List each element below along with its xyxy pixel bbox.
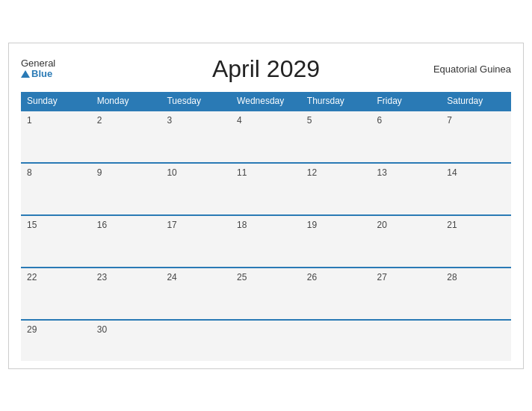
- logo: General Blue: [21, 58, 55, 80]
- calendar-cell: 10: [161, 163, 231, 215]
- day-number: 14: [447, 167, 457, 178]
- week-row-3: 15161718192021: [21, 215, 511, 268]
- week-row-2: 891011121314: [21, 163, 511, 215]
- calendar-cell: 9: [91, 163, 161, 215]
- logo-triangle-icon: [21, 70, 30, 78]
- day-number: 25: [237, 272, 247, 282]
- calendar-cell: 6: [371, 111, 442, 163]
- calendar-cell: 20: [371, 215, 442, 268]
- logo-blue-text: Blue: [21, 69, 52, 79]
- week-row-1: 1234567: [21, 111, 511, 163]
- day-number: 18: [237, 220, 247, 230]
- day-number: 24: [167, 272, 176, 282]
- day-number: 16: [97, 220, 107, 230]
- day-number: 28: [447, 272, 457, 282]
- calendar-cell: 24: [161, 268, 231, 320]
- calendar-cell: 22: [21, 268, 91, 320]
- weekday-header-thursday: Thursday: [301, 92, 371, 111]
- day-number: 5: [307, 115, 312, 126]
- calendar-cell: 8: [21, 163, 91, 215]
- calendar-cell: 25: [231, 268, 301, 320]
- day-number: 9: [97, 167, 102, 178]
- day-number: 15: [27, 220, 37, 230]
- calendar-cell: 3: [161, 111, 231, 163]
- country-label: Equatorial Guinea: [433, 64, 511, 75]
- day-number: 7: [447, 115, 452, 126]
- calendar-cell: 7: [441, 111, 511, 163]
- weekday-header-row: SundayMondayTuesdayWednesdayThursdayFrid…: [21, 92, 511, 111]
- calendar-cell: 18: [231, 215, 301, 268]
- calendar-cell: 1: [21, 111, 91, 163]
- day-number: 17: [167, 220, 176, 230]
- calendar-cell: 4: [231, 111, 301, 163]
- calendar-cell: 21: [441, 215, 511, 268]
- calendar-cell: 5: [301, 111, 371, 163]
- day-number: 21: [447, 220, 457, 230]
- day-number: 26: [307, 272, 317, 282]
- calendar-cell: [161, 320, 231, 361]
- weekday-header-tuesday: Tuesday: [161, 92, 231, 111]
- calendar-cell: [441, 320, 511, 361]
- day-number: 2: [97, 115, 102, 126]
- weekday-header-saturday: Saturday: [441, 92, 511, 111]
- calendar-cell: 26: [301, 268, 371, 320]
- day-number: 3: [167, 115, 172, 126]
- calendar-title: April 2029: [212, 55, 320, 83]
- day-number: 29: [27, 324, 37, 335]
- day-number: 20: [377, 220, 387, 230]
- day-number: 19: [307, 220, 317, 230]
- day-number: 8: [27, 167, 32, 178]
- calendar-cell: 19: [301, 215, 371, 268]
- day-number: 27: [377, 272, 387, 282]
- calendar-cell: 27: [371, 268, 442, 320]
- day-number: 30: [97, 324, 107, 335]
- calendar-cell: 12: [301, 163, 371, 215]
- day-number: 4: [237, 115, 242, 126]
- calendar-cell: 23: [91, 268, 161, 320]
- calendar-cell: 14: [441, 163, 511, 215]
- calendar-cell: [231, 320, 301, 361]
- day-number: 22: [27, 272, 37, 282]
- day-number: 10: [167, 167, 176, 178]
- week-row-4: 22232425262728: [21, 268, 511, 320]
- calendar-header: General Blue April 2029 Equatorial Guine…: [21, 55, 511, 83]
- calendar-cell: 29: [21, 320, 91, 361]
- day-number: 11: [237, 167, 247, 178]
- calendar-cell: [301, 320, 371, 361]
- calendar-cell: 16: [91, 215, 161, 268]
- calendar-cell: [371, 320, 442, 361]
- weekday-header-wednesday: Wednesday: [231, 92, 301, 111]
- day-number: 6: [377, 115, 383, 126]
- calendar-grid: SundayMondayTuesdayWednesdayThursdayFrid…: [21, 92, 511, 361]
- logo-general-text: General: [21, 58, 55, 69]
- calendar-cell: 2: [91, 111, 161, 163]
- calendar-container: General Blue April 2029 Equatorial Guine…: [8, 43, 524, 369]
- week-row-5: 2930: [21, 320, 511, 361]
- day-number: 1: [27, 115, 32, 126]
- calendar-cell: 11: [231, 163, 301, 215]
- calendar-cell: 17: [161, 215, 231, 268]
- calendar-cell: 13: [371, 163, 442, 215]
- weekday-header-monday: Monday: [91, 92, 161, 111]
- day-number: 12: [307, 167, 317, 178]
- calendar-cell: 30: [91, 320, 161, 361]
- day-number: 13: [377, 167, 387, 178]
- calendar-cell: 28: [441, 268, 511, 320]
- day-number: 23: [97, 272, 107, 282]
- calendar-cell: 15: [21, 215, 91, 268]
- weekday-header-friday: Friday: [371, 92, 442, 111]
- weekday-header-sunday: Sunday: [21, 92, 91, 111]
